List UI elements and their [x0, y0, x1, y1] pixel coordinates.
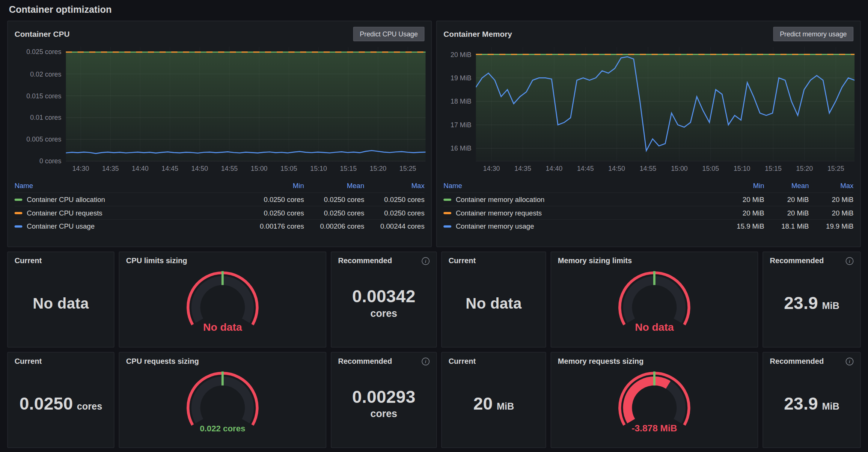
cpu-requests-gauge: 0.022 cores: [126, 365, 319, 443]
x-tick-label: 14:30: [72, 164, 89, 172]
y-tick-label: 18 MiB: [451, 98, 472, 105]
legend-header-min[interactable]: Min: [293, 182, 304, 190]
panel-header: Container Memory Predict memory usage: [443, 26, 853, 42]
cpu-requests-current-panel: Current 0.0250 cores: [7, 352, 114, 448]
legend-row: Container CPU allocation0.0250 cores0.02…: [15, 193, 425, 206]
legend-header-mean[interactable]: Mean: [791, 182, 809, 190]
gauge-value: No data: [635, 321, 674, 333]
predict-cpu-usage-button[interactable]: Predict CPU Usage: [353, 27, 424, 41]
predict-memory-usage-button[interactable]: Predict memory usage: [773, 27, 853, 41]
legend-series-name[interactable]: Container CPU allocation: [27, 196, 105, 203]
memory-requests-recommended-panel: Recommended i 23.9 MiB: [763, 352, 861, 448]
y-tick-label: 0.005 cores: [26, 136, 61, 143]
legend-row: Container CPU requests0.0250 cores0.0250…: [15, 206, 425, 219]
stat-value: 0.00342: [352, 288, 416, 306]
stat-value: 0.00293: [352, 388, 416, 406]
memory-legend: NameMinMeanMaxContainer memory allocatio…: [443, 179, 853, 233]
x-tick-label: 15:25: [827, 164, 844, 172]
x-tick-label: 14:40: [546, 164, 563, 172]
x-tick-label: 14:45: [577, 164, 594, 172]
legend-min-value: 0.0250 cores: [244, 196, 304, 203]
legend-min-value: 20 MiB: [720, 209, 764, 217]
x-tick-label: 15:20: [796, 164, 813, 172]
legend-max-value: 0.0250 cores: [364, 209, 424, 217]
x-tick-label: 15:00: [671, 164, 688, 172]
legend-mean-value: 20 MiB: [764, 209, 809, 217]
legend-min-value: 20 MiB: [720, 196, 764, 203]
panel-header: Container CPU Predict CPU Usage: [15, 26, 425, 42]
stat-unit: MiB: [822, 401, 839, 413]
x-tick-label: 15:10: [310, 164, 327, 172]
x-tick-label: 14:35: [514, 164, 531, 172]
series-color-swatch: [15, 225, 23, 228]
legend-header-mean[interactable]: Mean: [347, 182, 364, 190]
x-tick-label: 14:55: [221, 164, 238, 172]
info-icon[interactable]: i: [422, 257, 429, 265]
gauge-title: Memory sizing limits: [558, 256, 632, 265]
stat-title: Recommended: [770, 357, 824, 365]
stat-unit: MiB: [822, 301, 839, 312]
stat-title: Current: [15, 357, 42, 365]
container-memory-panel: Container Memory Predict memory usage 16…: [436, 21, 861, 247]
legend-series-name[interactable]: Container CPU usage: [27, 222, 95, 230]
legend-max-value: 0.0250 cores: [364, 196, 424, 203]
stat-unit: MiB: [497, 401, 514, 413]
y-axis: 0 cores0.005 cores0.01 cores0.015 cores0…: [15, 47, 62, 161]
legend-max-value: 20 MiB: [809, 209, 853, 217]
dashboard: Container optimization Container CPU Pre…: [0, 0, 868, 452]
memory-limits-recommended-panel: Recommended i 23.9 MiB: [763, 252, 861, 348]
x-tick-label: 15:15: [340, 164, 357, 172]
legend-header-max[interactable]: Max: [411, 182, 425, 190]
y-tick-label: 0.015 cores: [26, 92, 61, 100]
legend-max-value: 20 MiB: [809, 196, 853, 203]
cpu-requests-sizing-panel: CPU requests sizing 0.022 cores: [119, 352, 326, 448]
gauge-arc: No data: [175, 265, 270, 343]
stat-value: 23.9: [784, 395, 818, 413]
memory-requests-sizing-panel: Memory requests sizing -3.878 MiB: [551, 352, 758, 448]
x-tick-label: 14:55: [640, 164, 657, 172]
stat-title: Current: [449, 256, 476, 265]
x-axis: 14:3014:3514:4014:4514:5014:5515:0015:05…: [443, 164, 853, 175]
stat-title: Current: [449, 357, 476, 365]
stat-value: No data: [33, 296, 89, 312]
legend-series-name[interactable]: Container CPU requests: [27, 209, 102, 217]
stat-unit: cores: [371, 308, 397, 319]
legend-header-min[interactable]: Min: [753, 182, 764, 190]
legend-row: Container memory requests20 MiB20 MiB20 …: [443, 206, 853, 219]
legend-header-name[interactable]: Name: [443, 182, 462, 190]
limits-row: Current No data CPU limits sizing No dat…: [7, 252, 860, 348]
gauge-title: CPU limits sizing: [126, 256, 187, 265]
y-tick-label: 20 MiB: [451, 50, 472, 58]
legend-row: Container memory usage15.9 MiB18.1 MiB19…: [443, 219, 853, 233]
y-tick-label: 0.01 cores: [30, 114, 61, 122]
x-tick-label: 15:15: [765, 164, 782, 172]
cpu-limits-recommended-panel: Recommended i 0.00342 cores: [331, 252, 437, 348]
legend-header-row: NameMinMeanMax: [15, 179, 425, 193]
plot-area: [476, 47, 854, 161]
gauge-value: -3.878 MiB: [631, 423, 677, 433]
stat-value: No data: [466, 296, 521, 312]
y-tick-label: 17 MiB: [451, 121, 472, 129]
gauge-value: No data: [203, 321, 242, 333]
legend-series-name[interactable]: Container memory usage: [456, 222, 534, 230]
gauge-arc: -3.878 MiB: [607, 365, 702, 443]
series-color-swatch: [15, 212, 23, 214]
cpu-limits-sizing-panel: CPU limits sizing No data: [119, 252, 326, 348]
memory-requests-gauge: -3.878 MiB: [558, 365, 751, 443]
y-tick-label: 0 cores: [39, 157, 61, 165]
stat-title: Current: [15, 256, 42, 265]
memory-limits-gauge: No data: [558, 265, 751, 343]
legend-max-value: 19.9 MiB: [809, 222, 853, 230]
info-icon[interactable]: i: [846, 257, 854, 265]
stat-title: Recommended: [770, 256, 824, 265]
info-icon[interactable]: i: [422, 357, 429, 365]
x-tick-label: 14:35: [102, 164, 119, 172]
legend-header-max[interactable]: Max: [840, 182, 853, 190]
legend-series-name[interactable]: Container memory allocation: [456, 196, 544, 203]
legend-header-name[interactable]: Name: [15, 182, 33, 190]
stat-title: Recommended: [338, 256, 392, 265]
cpu-legend: NameMinMeanMaxContainer CPU allocation0.…: [15, 179, 425, 233]
legend-series-name[interactable]: Container memory requests: [456, 209, 542, 217]
memory-requests-current-panel: Current 20 MiB: [441, 352, 546, 448]
info-icon[interactable]: i: [846, 357, 854, 365]
